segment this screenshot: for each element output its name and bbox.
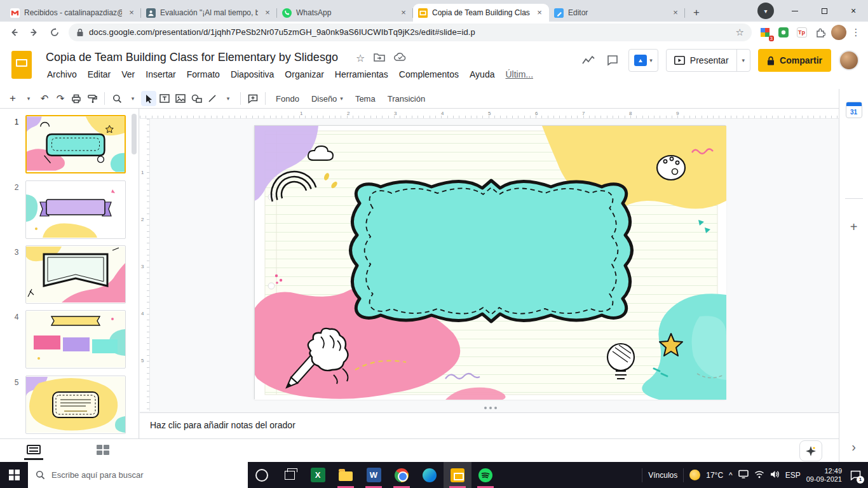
back-button[interactable] <box>5 24 23 41</box>
insert-image-button[interactable] <box>173 91 188 106</box>
new-slide-dropdown[interactable]: ▾ <box>21 91 36 106</box>
window-close-button[interactable]: × <box>839 0 868 22</box>
theme-button[interactable]: Tema <box>349 91 381 106</box>
present-to-meeting-button[interactable]: ▾ <box>628 49 658 72</box>
start-button[interactable] <box>0 462 28 488</box>
taskbar-excel[interactable]: X <box>304 462 332 488</box>
taskbar-word[interactable]: W <box>360 462 388 488</box>
reload-button[interactable] <box>46 24 64 41</box>
menu-ayuda[interactable]: Ayuda <box>470 69 494 79</box>
paint-format-button[interactable] <box>85 91 100 106</box>
filmstrip-scrollbar[interactable] <box>132 114 137 154</box>
bookmark-star-icon[interactable]: ☆ <box>736 27 744 38</box>
wifi-tray-icon[interactable] <box>754 470 764 480</box>
slide-thumbnail-4[interactable] <box>25 310 126 369</box>
tab-close-icon[interactable]: × <box>670 8 681 18</box>
menu-formato[interactable]: Formato <box>187 69 220 79</box>
undo-button[interactable]: ↶ <box>37 91 52 106</box>
get-addons-button[interactable]: + <box>850 220 858 234</box>
taskbar-chrome[interactable] <box>388 462 416 488</box>
present-dropdown[interactable]: ▾ <box>736 50 750 71</box>
line-dropdown[interactable]: ▾ <box>220 91 236 106</box>
window-minimize-button[interactable] <box>780 0 810 22</box>
menu-organizar[interactable]: Organizar <box>285 69 323 79</box>
menu-diapositiva[interactable]: Diapositiva <box>231 69 274 79</box>
text-box-button[interactable] <box>157 91 172 106</box>
calendar-panel-icon[interactable]: 31 <box>846 102 862 118</box>
tab-whatsapp[interactable]: WhatsApp × <box>277 4 413 22</box>
slide-thumbnail-2[interactable] <box>25 180 126 239</box>
filmstrip-view-button[interactable] <box>27 445 41 454</box>
last-edit-link[interactable]: Últim... <box>505 69 533 79</box>
language-indicator[interactable]: ESP <box>785 471 801 480</box>
menu-ver[interactable]: Ver <box>121 69 135 79</box>
task-view-button[interactable] <box>276 462 304 488</box>
extensions-puzzle-icon[interactable] <box>812 24 828 40</box>
menu-insertar[interactable]: Insertar <box>146 69 175 79</box>
taskbar-slides-active[interactable] <box>444 462 471 488</box>
account-avatar[interactable] <box>839 50 859 71</box>
tab-evaluacion[interactable]: Evaluación "¡Al mal tiempo, b × <box>141 4 277 22</box>
slides-logo[interactable] <box>11 51 32 79</box>
zoom-dropdown[interactable]: ▾ <box>125 91 140 106</box>
taskbar-file-explorer[interactable] <box>332 462 360 488</box>
tab-close-icon[interactable]: × <box>262 8 273 18</box>
cloud-saved-icon[interactable] <box>394 53 407 64</box>
explore-button[interactable] <box>799 440 822 461</box>
star-document-icon[interactable]: ☆ <box>356 52 365 64</box>
browser-menu-icon[interactable]: ⋮ <box>849 27 863 38</box>
extension-green-icon[interactable] <box>775 24 791 40</box>
speaker-notes-area[interactable]: Haz clic para añadir notas del orador <box>140 412 839 438</box>
new-slide-button[interactable]: + <box>5 91 20 106</box>
volume-tray-icon[interactable] <box>770 470 780 480</box>
hide-side-panel-chevron[interactable]: › <box>851 440 856 454</box>
transition-button[interactable]: Transición <box>382 91 431 106</box>
menu-complementos[interactable]: Complementos <box>399 69 459 79</box>
menu-archivo[interactable]: Archivo <box>47 69 77 79</box>
slide-thumbnail-1[interactable] <box>25 115 126 173</box>
grid-view-button[interactable] <box>97 445 109 455</box>
tab-close-icon[interactable]: × <box>534 8 545 18</box>
slide-editing-canvas[interactable] <box>254 125 726 399</box>
background-button[interactable]: Fondo <box>270 91 305 106</box>
new-tab-button[interactable]: + <box>688 4 705 22</box>
tab-slides-active[interactable]: Copia de Team Building Clas × <box>413 4 549 22</box>
tab-close-icon[interactable]: × <box>398 8 409 18</box>
menu-editar[interactable]: Editar <box>88 69 111 79</box>
layout-button[interactable]: Diseño ▾ <box>306 91 349 106</box>
tab-gmail[interactable]: Recibidos - catalinapazdiaz@ × <box>5 4 141 22</box>
tab-editor[interactable]: Editor × <box>549 4 685 22</box>
redo-button[interactable]: ↷ <box>53 91 68 106</box>
insert-comment-button[interactable] <box>245 91 261 106</box>
links-toolbar-label[interactable]: Vínculos <box>648 471 677 480</box>
browser-profile-avatar[interactable] <box>831 24 846 40</box>
insert-line-button[interactable] <box>205 91 220 106</box>
select-tool-button[interactable] <box>141 91 156 106</box>
present-button[interactable]: Presentar ▾ <box>666 49 750 72</box>
zoom-button[interactable] <box>109 91 125 106</box>
tab-close-icon[interactable]: × <box>126 8 137 18</box>
media-control-button[interactable]: ▾ <box>757 3 774 19</box>
comments-icon[interactable] <box>604 52 621 69</box>
extension-shortcuts-icon[interactable]: 3 <box>757 24 773 40</box>
slide-thumbnail-5[interactable] <box>25 376 126 434</box>
share-button[interactable]: Compartir <box>758 49 831 72</box>
taskbar-search-box[interactable]: Escribe aquí para buscar <box>28 462 248 488</box>
notification-center-button[interactable]: 1 <box>848 470 863 480</box>
document-title[interactable]: Copia de Team Building Class for Element… <box>46 51 338 64</box>
extension-tp-icon[interactable]: Tp <box>794 24 810 40</box>
weather-sun-icon[interactable] <box>689 470 700 480</box>
insert-shape-button[interactable] <box>189 91 204 106</box>
temperature-label[interactable]: 17°C <box>706 471 723 480</box>
show-hidden-icons-chevron[interactable]: ^ <box>729 471 733 480</box>
omnibox[interactable]: docs.google.com/presentation/d/1jqhh7PeS… <box>69 24 752 41</box>
move-folder-icon[interactable] <box>374 53 385 64</box>
taskbar-spotify[interactable] <box>471 462 499 488</box>
activity-icon[interactable] <box>580 52 597 69</box>
taskbar-edge[interactable] <box>416 462 444 488</box>
taskbar-clock[interactable]: 12:49 09-09-2021 <box>806 467 842 484</box>
print-button[interactable] <box>69 91 84 106</box>
display-tray-icon[interactable] <box>738 470 749 480</box>
cortana-button[interactable] <box>248 462 276 488</box>
slide-thumbnail-3[interactable] <box>25 245 126 304</box>
